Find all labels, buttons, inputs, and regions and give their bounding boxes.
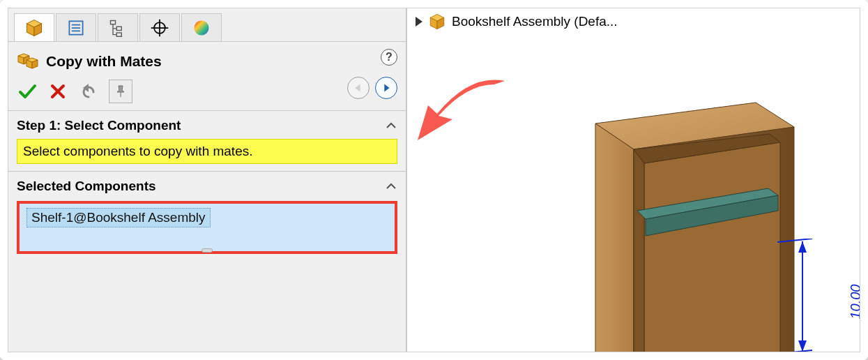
selected-item[interactable]: Shelf-1@Bookshelf Assembly [26, 208, 211, 227]
help-button[interactable]: ? [381, 49, 397, 66]
svg-marker-23 [356, 84, 360, 92]
chevron-up-icon[interactable] [385, 119, 397, 132]
assembly-icon [428, 13, 446, 31]
tab-display-manager[interactable] [181, 13, 222, 41]
pin-icon [114, 84, 128, 98]
selected-section: Selected Components Shelf-1@Bookshelf As… [8, 171, 406, 261]
svg-marker-34 [646, 195, 778, 236]
tab-property-manager[interactable] [56, 13, 96, 41]
arrow-left-icon [352, 82, 365, 94]
box-icon [24, 18, 44, 38]
svg-line-37 [777, 350, 812, 352]
copy-with-mates-icon [17, 50, 39, 73]
cancel-button[interactable] [47, 81, 68, 102]
svg-marker-39 [798, 241, 807, 253]
svg-rect-7 [111, 20, 116, 24]
appearance-icon [192, 18, 211, 38]
next-button[interactable] [375, 77, 397, 99]
dimension-value[interactable]: 10.00 [848, 285, 860, 320]
arrow-right-icon [380, 82, 393, 94]
svg-marker-35 [637, 188, 778, 219]
prev-button[interactable] [347, 77, 370, 99]
pin-button[interactable] [109, 80, 132, 103]
3d-model [554, 99, 832, 352]
svg-point-13 [195, 20, 209, 35]
svg-rect-9 [116, 33, 121, 36]
step1-section: Step 1: Select Component Select componen… [8, 110, 406, 171]
tree-root-label: Bookshelf Assembly (Defa... [452, 14, 618, 29]
graphics-area[interactable]: Bookshelf Assembly (Defa... [407, 8, 860, 352]
tree-icon [108, 18, 128, 38]
target-icon [150, 18, 169, 38]
ok-button[interactable] [17, 81, 38, 102]
check-icon [17, 82, 37, 101]
panel-title-row: Copy with Mates ? [8, 42, 406, 77]
x-icon [50, 83, 66, 100]
action-row [8, 77, 406, 110]
chevron-up-icon[interactable] [385, 180, 397, 193]
resize-handle[interactable] [201, 248, 213, 253]
list-icon [66, 18, 86, 38]
svg-marker-24 [384, 84, 389, 92]
undo-button[interactable] [78, 81, 99, 102]
selected-header: Selected Components [17, 179, 156, 194]
svg-line-36 [777, 239, 812, 242]
step1-header: Step 1: Select Component [17, 118, 181, 133]
manager-tabs [8, 8, 406, 42]
step1-hint: Select components to copy with mates. [17, 139, 397, 164]
svg-marker-31 [644, 142, 780, 352]
tab-feature-manager[interactable] [14, 13, 54, 41]
chevron-right-icon[interactable] [416, 17, 422, 27]
svg-marker-29 [595, 123, 634, 352]
selected-components-list[interactable]: Shelf-1@Bookshelf Assembly [17, 201, 397, 254]
svg-marker-33 [634, 134, 780, 163]
svg-marker-32 [634, 149, 644, 352]
svg-marker-30 [634, 127, 794, 352]
svg-marker-28 [595, 103, 794, 149]
tab-dimxpert-manager[interactable] [139, 13, 180, 41]
dimension-graphic [770, 239, 840, 352]
tab-configuration-manager[interactable] [98, 13, 138, 41]
property-manager-pane: Copy with Mates ? [8, 8, 407, 352]
svg-marker-40 [798, 340, 807, 352]
flyout-tree-root[interactable]: Bookshelf Assembly (Defa... [416, 13, 618, 31]
panel-title: Copy with Mates [46, 53, 162, 70]
undo-icon [79, 82, 98, 100]
svg-rect-8 [116, 27, 121, 30]
